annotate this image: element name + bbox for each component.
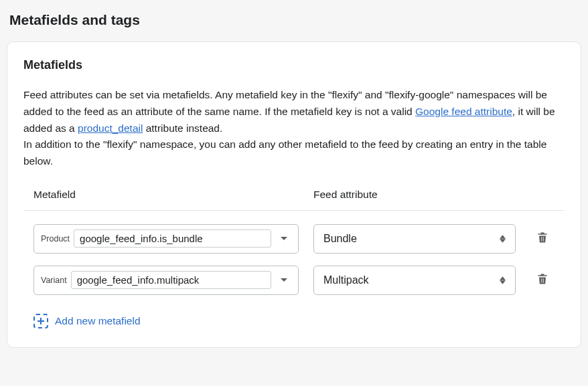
chevron-down-icon [277, 235, 291, 243]
add-label: Add new metafield [55, 315, 141, 327]
table-row: Variant google_feed_info.multipack Multi… [23, 266, 565, 295]
metafield-select[interactable]: Variant google_feed_info.multipack [33, 266, 299, 295]
trash-icon [536, 272, 549, 288]
google-feed-attribute-link[interactable]: Google feed attribute [415, 106, 512, 117]
card-title: Metafields [23, 58, 565, 72]
page-title: Metafields and tags [7, 7, 581, 41]
product-detail-link[interactable]: product_detail [78, 122, 143, 134]
delete-row-button[interactable] [533, 270, 552, 290]
metafield-scope-badge: Product [41, 234, 70, 244]
feed-attribute-value: Bundle [323, 233, 357, 245]
column-header-metafield: Metafield [33, 189, 313, 201]
delete-row-button[interactable] [533, 228, 552, 249]
metafield-key: google_feed_info.is_bundle [74, 229, 271, 248]
table-row: Product google_feed_info.is_bundle Bundl… [23, 224, 565, 254]
desc-text: In addition to the "flexify" namespace, … [23, 138, 546, 167]
metafield-scope-badge: Variant [41, 276, 67, 285]
column-header-attribute: Feed attribute [313, 189, 555, 201]
feed-attribute-select[interactable]: Multipack [313, 266, 516, 295]
trash-icon [536, 231, 549, 246]
select-arrows-icon [500, 276, 506, 284]
add-dashed-icon [33, 314, 48, 328]
metafield-select[interactable]: Product google_feed_info.is_bundle [33, 224, 299, 254]
table-header-row: Metafield Feed attribute [23, 189, 565, 211]
metafield-key: google_feed_info.multipack [71, 271, 271, 289]
metafields-card: Metafields Feed attributes can be set vi… [7, 41, 581, 348]
card-description: Feed attributes can be set via metafield… [23, 87, 565, 170]
add-new-metafield-button[interactable]: Add new metafield [23, 307, 565, 331]
feed-attribute-select[interactable]: Bundle [313, 224, 516, 254]
desc-text: attribute instead. [143, 122, 222, 134]
feed-attribute-value: Multipack [323, 274, 369, 286]
select-arrows-icon [500, 235, 506, 243]
chevron-down-icon [277, 276, 291, 284]
